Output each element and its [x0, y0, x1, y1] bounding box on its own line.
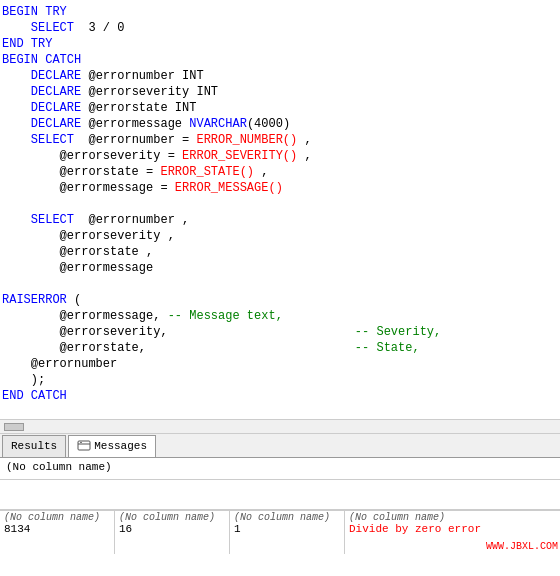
code-content: BEGIN TRY SELECT 3 / 0 END TRY BEGIN CAT…	[2, 4, 558, 404]
svg-rect-0	[78, 441, 90, 450]
bottom-cell-0: (No column name) 8134	[0, 511, 115, 554]
bottom-cell-1: (No column name) 16	[115, 511, 230, 554]
tab-messages[interactable]: Messages	[68, 435, 156, 457]
bottom-col-header-0: (No column name)	[4, 512, 110, 523]
bottom-col-value-2: 1	[234, 523, 340, 535]
messages-icon	[77, 439, 91, 453]
results-table-container	[0, 480, 560, 510]
scroll-thumb[interactable]	[4, 423, 24, 431]
no-column-name-label: (No column name)	[6, 461, 112, 473]
code-editor[interactable]: BEGIN TRY SELECT 3 / 0 END TRY BEGIN CAT…	[0, 0, 560, 420]
bottom-col-header-1: (No column name)	[119, 512, 225, 523]
bottom-col-header-3: (No column name)	[349, 512, 556, 523]
tab-results-label: Results	[11, 440, 57, 452]
bottom-col-value-1: 16	[119, 523, 225, 535]
horizontal-scrollbar[interactable]	[0, 420, 560, 434]
bottom-cell-2: (No column name) 1	[230, 511, 345, 554]
tab-bar: Results Messages	[0, 434, 560, 458]
tab-results[interactable]: Results	[2, 435, 66, 457]
bottom-col-value-3: Divide by zero error	[349, 523, 556, 535]
bottom-col-header-2: (No column name)	[234, 512, 340, 523]
tab-messages-label: Messages	[94, 440, 147, 452]
watermark: WWW.JBXL.COM	[486, 541, 558, 552]
bottom-results-row: (No column name) 8134 (No column name) 1…	[0, 510, 560, 554]
results-top-label: (No column name)	[0, 458, 560, 480]
bottom-col-value-0: 8134	[4, 523, 110, 535]
